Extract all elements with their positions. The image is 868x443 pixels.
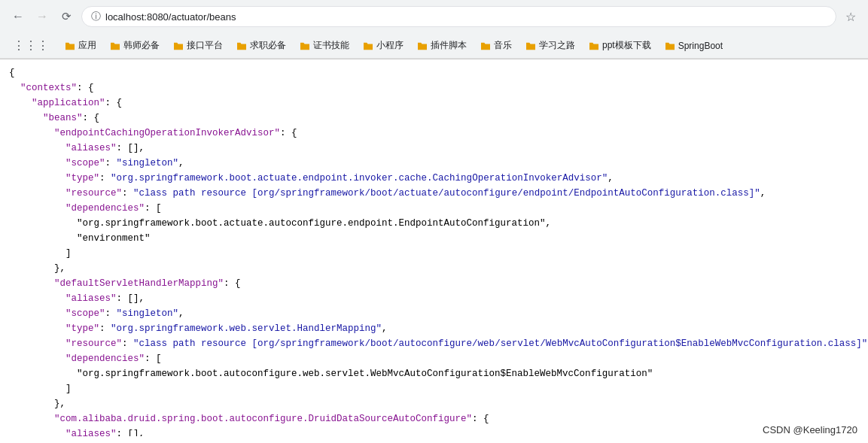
reload-button[interactable]: ⟳	[57, 8, 75, 26]
bookmark-小程序[interactable]: 小程序	[357, 37, 410, 54]
json-line: },	[9, 396, 859, 411]
bookmark-label: 接口平台	[187, 39, 223, 52]
bookmark-label: ppt模板下载	[602, 39, 651, 52]
bookmark-学习之路[interactable]: 学习之路	[519, 37, 581, 54]
json-line: {	[9, 65, 859, 80]
json-line: "scope": "singleton",	[9, 156, 859, 171]
json-line: "com.alibaba.druid.spring.boot.autoconfi…	[9, 411, 859, 426]
watermark: CSDN @Keeling1720	[763, 424, 857, 435]
bookmark-韩师必备[interactable]: 韩师必备	[104, 37, 166, 54]
json-line: "resource": "class path resource [org/sp…	[9, 336, 859, 351]
bookmark-star-button[interactable]: ☆	[842, 7, 859, 27]
apps-grid-icon[interactable]: ⋮⋮⋮	[9, 36, 53, 55]
json-line: "scope": "singleton",	[9, 306, 859, 321]
bookmark-应用[interactable]: 应用	[59, 37, 102, 54]
json-line: "resource": "class path resource [org/sp…	[9, 186, 859, 201]
json-line: "defaultServletHandlerMapping": {	[9, 276, 859, 291]
json-line: ]	[9, 381, 859, 396]
json-line: "dependencies": [	[9, 351, 859, 366]
bookmark-label: 音乐	[494, 39, 512, 52]
bookmark-ppt模板下载[interactable]: ppt模板下载	[583, 37, 657, 54]
bookmark-SpringBoot[interactable]: SpringBoot	[659, 38, 729, 53]
json-line: },	[9, 261, 859, 276]
address-bar[interactable]: ⓘ localhost:8080/actuator/beans	[81, 6, 836, 27]
lock-icon: ⓘ	[91, 10, 101, 23]
json-line: "aliases": [],	[9, 426, 859, 436]
json-line: "dependencies": [	[9, 201, 859, 216]
json-line: "aliases": [],	[9, 291, 859, 306]
bookmark-音乐[interactable]: 音乐	[474, 37, 518, 54]
json-line: "application": {	[9, 96, 859, 111]
json-line: "type": "org.springframework.boot.actuat…	[9, 171, 859, 186]
apps-menu[interactable]: ⋮⋮⋮	[9, 36, 53, 55]
bookmark-接口平台[interactable]: 接口平台	[167, 37, 229, 54]
back-button[interactable]: ←	[9, 8, 27, 26]
json-line: "type": "org.springframework.web.servlet…	[9, 321, 859, 336]
bookmark-label: 韩师必备	[123, 39, 160, 52]
json-line: "org.springframework.boot.autoconfigure.…	[9, 366, 859, 381]
json-line: "org.springframework.boot.actuate.autoco…	[9, 216, 859, 231]
json-line: ]	[9, 246, 859, 261]
forward-button[interactable]: →	[33, 8, 51, 26]
bookmark-label: 证书技能	[313, 39, 349, 52]
json-line: "beans": {	[9, 111, 859, 126]
bookmark-label: 求职必备	[250, 39, 286, 52]
bookmark-label: 学习之路	[539, 39, 575, 52]
bookmark-label: SpringBoot	[678, 41, 723, 51]
browser-toolbar: ← → ⟳ ⓘ localhost:8080/actuator/beans ☆	[0, 0, 868, 33]
bookmark-插件脚本[interactable]: 插件脚本	[411, 37, 473, 54]
url-text: localhost:8080/actuator/beans	[105, 11, 827, 23]
bookmark-label: 插件脚本	[431, 39, 467, 52]
bookmark-证书技能[interactable]: 证书技能	[294, 37, 355, 54]
json-line: "environment"	[9, 231, 859, 246]
bookmark-label: 应用	[78, 39, 96, 52]
bookmark-label: 小程序	[376, 39, 404, 52]
json-line: "contexts": {	[9, 80, 859, 96]
json-line: "aliases": [],	[9, 141, 859, 156]
bookmarks-bar: ⋮⋮⋮ 应用 韩师必备 接口平台 求职必备 证书技能 小程序 插件脚本	[0, 33, 868, 59]
json-line: "endpointCachingOperationInvokerAdvisor"…	[9, 126, 859, 141]
browser-chrome: ← → ⟳ ⓘ localhost:8080/actuator/beans ☆ …	[0, 0, 868, 59]
bookmark-求职必备[interactable]: 求职必备	[230, 37, 292, 54]
json-content-area[interactable]: { "contexts": { "application": { "beans"…	[0, 59, 868, 436]
